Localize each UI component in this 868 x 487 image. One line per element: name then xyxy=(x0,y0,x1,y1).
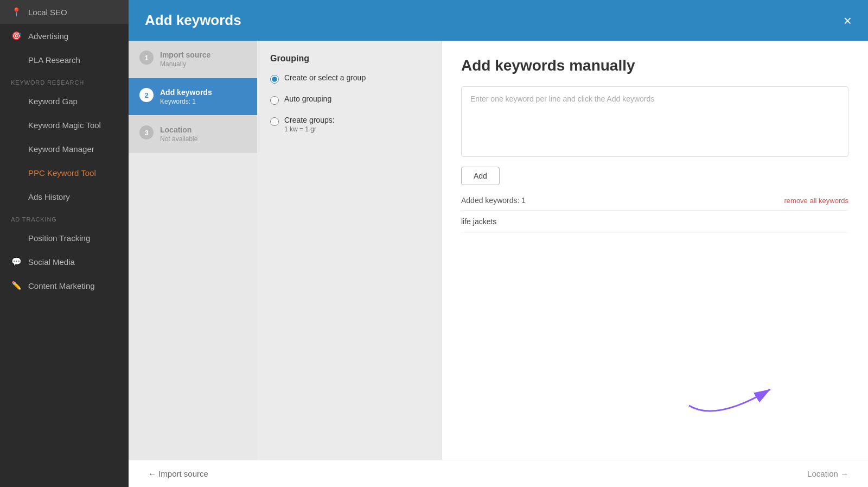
keyword-textarea[interactable] xyxy=(461,86,848,157)
keyword-research-section-label: KEYWORD RESEARCH xyxy=(0,72,129,89)
content-title: Add keywords manually xyxy=(461,57,848,74)
social-media-icon: 💬 xyxy=(11,256,22,267)
steps-panel: 1 Import source Manually 2 Add keywords … xyxy=(129,41,257,460)
sidebar: 📍 Local SEO 🎯 Advertising PLA Research K… xyxy=(0,0,129,487)
next-location: Location → xyxy=(807,469,848,478)
sidebar-item-content-marketing[interactable]: ✏️ Content Marketing xyxy=(0,274,129,298)
add-button[interactable]: Add xyxy=(461,167,500,185)
remove-all-link[interactable]: remove all keywords xyxy=(784,197,849,205)
keyword-item: life jackets xyxy=(461,211,848,233)
position-tracking-icon xyxy=(11,232,22,243)
modal: Add keywords × 1 Import source Manually … xyxy=(129,0,868,487)
sidebar-item-ppc-keyword[interactable]: PPC Keyword Tool xyxy=(0,161,129,185)
local-seo-icon: 📍 xyxy=(11,7,22,17)
main-content: Add keywords manually Add Added keywords… xyxy=(442,41,868,460)
step-1-sub: Manually xyxy=(160,60,210,68)
modal-title: Add keywords xyxy=(145,12,241,29)
content-marketing-icon: ✏️ xyxy=(11,280,22,291)
keyword-manager-icon xyxy=(11,143,22,154)
modal-footer: ← Import source Location → xyxy=(129,460,868,487)
modal-body: 1 Import source Manually 2 Add keywords … xyxy=(129,41,868,460)
step-2-name: Add keywords xyxy=(160,88,212,97)
back-button[interactable]: ← Import source xyxy=(148,469,208,478)
sidebar-item-position-tracking[interactable]: Position Tracking xyxy=(0,226,129,250)
keyword-magic-icon xyxy=(11,119,22,130)
next-location-label[interactable]: Location → xyxy=(807,469,848,478)
radio-create-groups[interactable] xyxy=(270,117,279,126)
step-2-number: 2 xyxy=(139,88,154,102)
step-1-import-source[interactable]: 1 Import source Manually xyxy=(129,41,257,78)
grouping-panel: Grouping Create or select a group Auto g… xyxy=(257,41,442,460)
advertising-icon: 🎯 xyxy=(11,30,22,41)
ppc-icon xyxy=(11,167,22,178)
step-3-sub: Not available xyxy=(160,135,197,143)
modal-header: Add keywords × xyxy=(129,0,868,41)
grouping-option-create-select[interactable]: Create or select a group xyxy=(270,73,428,84)
sidebar-item-keyword-gap[interactable]: Keyword Gap xyxy=(0,89,129,113)
ads-history-icon xyxy=(11,191,22,202)
radio-create-select-label: Create or select a group xyxy=(284,73,366,82)
keyword-gap-icon xyxy=(11,96,22,106)
radio-create-groups-label: Create groups: xyxy=(284,116,335,124)
keywords-info-row: Added keywords: 1 remove all keywords xyxy=(461,196,848,211)
grouping-title: Grouping xyxy=(270,54,428,64)
sidebar-item-keyword-magic[interactable]: Keyword Magic Tool xyxy=(0,113,129,137)
step-3-number: 3 xyxy=(139,125,154,140)
sidebar-item-ads-history[interactable]: Ads History xyxy=(0,185,129,208)
ad-tracking-section-label: AD TRACKING xyxy=(0,208,129,226)
pla-icon xyxy=(11,54,22,65)
grouping-option-create-groups[interactable]: Create groups: 1 kw = 1 gr xyxy=(270,116,428,133)
sidebar-item-pla-research[interactable]: PLA Research xyxy=(0,48,129,72)
close-button[interactable]: × xyxy=(844,14,852,28)
radio-create-select[interactable] xyxy=(270,75,279,84)
step-2-sub: Keywords: 1 xyxy=(160,98,212,105)
grouping-option-auto[interactable]: Auto grouping xyxy=(270,94,428,105)
keywords-count: Added keywords: 1 xyxy=(461,196,526,205)
arrow-annotation xyxy=(673,368,814,416)
sidebar-item-advertising[interactable]: 🎯 Advertising xyxy=(0,24,129,48)
sidebar-item-local-seo[interactable]: 📍 Local SEO xyxy=(0,0,129,24)
sidebar-item-keyword-manager[interactable]: Keyword Manager xyxy=(0,137,129,161)
radio-auto-grouping[interactable] xyxy=(270,96,279,105)
radio-create-groups-sub: 1 kw = 1 gr xyxy=(284,125,335,133)
step-1-number: 1 xyxy=(139,50,154,65)
step-3-name: Location xyxy=(160,125,197,134)
radio-auto-label: Auto grouping xyxy=(284,94,331,103)
step-2-add-keywords[interactable]: 2 Add keywords Keywords: 1 xyxy=(129,78,257,116)
step-1-name: Import source xyxy=(160,50,210,59)
step-3-location[interactable]: 3 Location Not available xyxy=(129,116,257,153)
sidebar-item-social-media[interactable]: 💬 Social Media xyxy=(0,250,129,274)
